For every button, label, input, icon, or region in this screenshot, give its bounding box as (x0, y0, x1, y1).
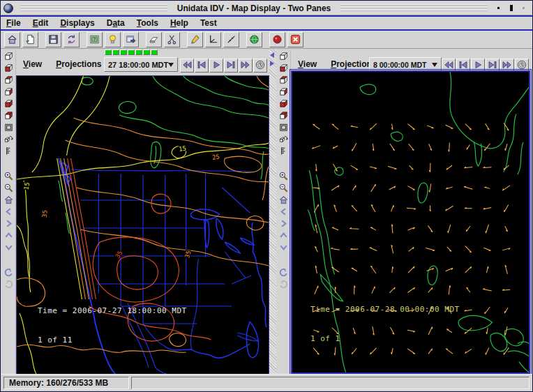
home-view-button[interactable] (277, 195, 290, 206)
cut-button[interactable] (164, 32, 180, 47)
globe-icon (248, 33, 260, 45)
play-icon (211, 59, 222, 73)
box-2d-button[interactable] (277, 122, 290, 134)
pan-right-icon (3, 218, 14, 231)
pan-down-button[interactable] (277, 242, 290, 254)
pan-down-button[interactable] (2, 242, 15, 254)
new-display-button[interactable] (22, 32, 38, 47)
ruler-button[interactable] (2, 146, 15, 158)
zoom-in-button[interactable] (277, 171, 290, 183)
home-button[interactable] (4, 32, 20, 47)
view-perspective-button[interactable] (277, 51, 290, 63)
view-top-button[interactable] (2, 75, 15, 86)
time-selector-left[interactable]: 27 18:00:00 MDT (104, 57, 178, 72)
menu-help[interactable]: Help (170, 18, 188, 28)
view-west-button[interactable] (277, 110, 290, 122)
menu-tools[interactable]: Tools (137, 18, 158, 28)
pan-right-button[interactable] (2, 218, 15, 230)
titlebar[interactable]: Unidata IDV - Map Display - Two Panes (1, 1, 532, 15)
close-button[interactable] (518, 3, 529, 13)
capture-image-button[interactable]: ? (87, 32, 103, 47)
view-east-icon (278, 86, 289, 99)
zoom-out-button[interactable] (2, 183, 15, 195)
left-map-view[interactable]: 15 25 15 35 35 35 Time = 2006-07-27 18:0… (17, 76, 269, 374)
rotate-cw-button[interactable] (277, 279, 290, 291)
export-display-button[interactable] (123, 32, 139, 47)
memory-status: Memory: 160/276/533 MB (3, 377, 129, 389)
rotate-cw-button[interactable] (2, 279, 15, 291)
step-back-button[interactable] (195, 59, 209, 73)
view-bottom-button[interactable] (2, 63, 15, 75)
rotate-view-button[interactable] (2, 134, 15, 146)
animation-properties-button[interactable] (253, 59, 267, 73)
save-button[interactable] (45, 32, 61, 47)
menu-test[interactable]: Test (200, 18, 217, 28)
zoom-out-button[interactable] (277, 183, 290, 195)
pane-splitter[interactable] (269, 50, 276, 375)
view-east-icon (3, 86, 14, 99)
skip-to-start-button[interactable] (180, 59, 194, 73)
ruler-button[interactable] (277, 146, 290, 158)
time-step-block[interactable] (135, 50, 142, 55)
ruler-icon (3, 146, 14, 158)
time-step-block[interactable] (143, 50, 150, 55)
exit-button[interactable] (287, 32, 303, 47)
view-east-button[interactable] (2, 86, 15, 98)
box-2d-button[interactable] (2, 122, 15, 134)
pan-right-button[interactable] (277, 218, 290, 230)
time-step-block[interactable] (120, 50, 127, 55)
menu-view[interactable]: View (298, 59, 317, 69)
minimize-button[interactable] (493, 3, 504, 13)
menu-file[interactable]: File (6, 18, 21, 28)
view-east-button[interactable] (277, 86, 290, 98)
time-step-block[interactable] (112, 50, 119, 55)
view-south-button[interactable] (277, 98, 290, 110)
rotate-ccw-button[interactable] (277, 267, 290, 279)
home-view-button[interactable] (2, 195, 15, 206)
skip-to-end-button[interactable] (239, 59, 253, 73)
step-back-icon (196, 59, 207, 73)
view-west-icon (278, 110, 289, 123)
erase-button[interactable] (146, 32, 162, 47)
record-button[interactable] (269, 32, 285, 47)
maximize-button[interactable] (506, 3, 516, 13)
time-step-block[interactable] (128, 50, 135, 55)
contour-label: 15 (22, 182, 31, 190)
animation-properties-icon (255, 59, 266, 73)
view-perspective-button[interactable] (2, 51, 15, 63)
splitter-collapse-left-icon[interactable] (270, 52, 274, 58)
draw-button[interactable] (187, 32, 203, 47)
view-south-button[interactable] (2, 98, 15, 110)
show-tips-button[interactable] (105, 32, 121, 47)
rotate-ccw-button[interactable] (2, 267, 15, 279)
menu-data[interactable]: Data (107, 18, 125, 28)
view-top-button[interactable] (277, 75, 290, 86)
new-display-icon (24, 33, 36, 45)
view-bottom-button[interactable] (277, 63, 290, 75)
pan-up-button[interactable] (277, 230, 290, 242)
statusbar: Memory: 160/276/533 MB (1, 374, 532, 391)
zoom-in-button[interactable] (2, 171, 15, 183)
cut-icon (166, 33, 178, 45)
transect-button[interactable] (223, 32, 239, 47)
step-forward-button[interactable] (224, 59, 238, 73)
view-west-button[interactable] (2, 110, 15, 122)
menu-view[interactable]: View (23, 59, 42, 69)
menu-edit[interactable]: Edit (33, 18, 49, 28)
time-step-block[interactable] (151, 50, 158, 55)
axes-button[interactable] (205, 32, 221, 47)
refresh-button[interactable] (63, 32, 80, 47)
menu-projections[interactable]: Projections (56, 59, 101, 69)
time-selector-right[interactable]: 8 00:00:00 MDT (369, 57, 442, 72)
time-step-block[interactable] (105, 50, 112, 55)
pan-left-button[interactable] (2, 206, 15, 218)
play-button[interactable] (209, 59, 223, 73)
pan-up-button[interactable] (2, 230, 15, 242)
splitter-collapse-right-icon[interactable] (270, 61, 274, 66)
idv-logo-icon (3, 3, 13, 13)
globe-button[interactable] (246, 32, 262, 47)
pan-left-button[interactable] (277, 206, 290, 218)
rotate-view-button[interactable] (277, 134, 290, 146)
right-map-view[interactable]: Time = 2006-07-28 00:00:00 MDT 1 of 1 (292, 72, 529, 372)
menu-displays[interactable]: Displays (60, 18, 94, 28)
